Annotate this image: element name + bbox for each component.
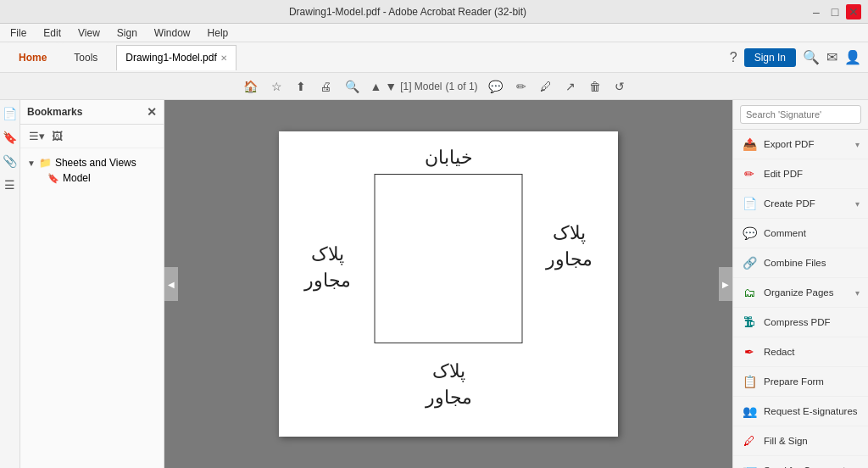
pdf-page: خیابان پلاک مجاور پلاک مجاور پلاک مجاور [279, 131, 618, 437]
tree-item-model-label: Model [63, 172, 91, 184]
quick-star-icon[interactable]: ☆ [268, 78, 286, 95]
tab-tools[interactable]: Tools [62, 42, 109, 72]
maximize-button[interactable]: □ [827, 4, 843, 20]
quick-share-icon[interactable]: ⬆ [292, 78, 309, 95]
annotation-comment-icon[interactable]: 💬 [485, 78, 506, 95]
menu-bar: File Edit View Sign Window Help [0, 24, 868, 42]
panel-item-combine-files-label: Combine Files [764, 258, 860, 268]
page-label: [1] Model [400, 81, 442, 92]
panel-item-redact-label: Redact [764, 347, 860, 357]
sidebar-page-icon[interactable]: 📄 [3, 107, 17, 120]
title-bar-controls: – □ ✕ [809, 4, 861, 20]
prepare-form-icon: 📋 [742, 374, 757, 389]
menu-help[interactable]: Help [201, 25, 236, 41]
panel-item-edit-pdf[interactable]: ✏ Edit PDF [733, 159, 868, 189]
organize-pages-icon: 🗂 [742, 285, 757, 300]
pdf-left-text: پلاک مجاور [304, 242, 351, 294]
minimize-button[interactable]: – [809, 4, 824, 20]
collapse-left-button[interactable]: ◀ [164, 267, 178, 301]
pdf-bottom-text: پلاک مجاور [279, 359, 618, 411]
fill-sign-icon: 🖊 [742, 433, 757, 448]
send-comments-icon: 📨 [742, 463, 757, 468]
sidebar-left: 📄 🔖 📎 ☰ [0, 100, 20, 468]
main-layout: 📄 🔖 📎 ☰ Bookmarks ✕ ☰▾ 🖼 ▼ 📁 Sheets and … [0, 100, 868, 468]
bookmark-view-options[interactable]: ☰▾ [27, 128, 47, 144]
annotation-pencil-icon[interactable]: ✏ [513, 78, 530, 95]
toolbar-row: Home Tools Drawing1-Model.pdf ✕ ? Sign I… [0, 42, 868, 73]
panel-item-export-pdf-label: Export PDF [764, 139, 849, 149]
pdf-content-area: ◀ ▶ خیابان پلاک مجاور پلاک مجاور پلاک م [164, 100, 732, 468]
bookmarks-header: Bookmarks ✕ [20, 100, 164, 125]
tab-file[interactable]: Drawing1-Model.pdf ✕ [116, 45, 236, 70]
pdf-top-text: خیابان [279, 147, 618, 169]
esign-icon: 👥 [742, 404, 757, 419]
panel-item-create-pdf[interactable]: 📄 Create PDF ▾ [733, 189, 868, 219]
prev-page-button[interactable]: ▲ [370, 80, 381, 93]
panel-item-prepare-form[interactable]: 📋 Prepare Form [733, 367, 868, 397]
help-icon[interactable]: ? [730, 50, 737, 65]
quick-home-icon[interactable]: 🏠 [240, 78, 261, 95]
bookmarks-title: Bookmarks [27, 106, 82, 118]
toolbar-right: ? Sign In 🔍 ✉ 👤 [730, 48, 861, 67]
panel-item-fill-sign[interactable]: 🖊 Fill & Sign [733, 426, 868, 456]
menu-edit[interactable]: Edit [36, 25, 68, 41]
panel-item-request-esignatures[interactable]: 👥 Request E-signatures [733, 397, 868, 426]
pdf-bottom-line1: پلاک [279, 359, 618, 385]
quick-print-icon[interactable]: 🖨 [316, 78, 335, 95]
close-button[interactable]: ✕ [846, 4, 861, 20]
signature-search-input[interactable] [740, 105, 861, 124]
sidebar-attach-icon[interactable]: 📎 [3, 154, 17, 168]
menu-sign[interactable]: Sign [110, 25, 144, 41]
tree-item-sheets[interactable]: ▼ 📁 Sheets and Views [27, 155, 157, 170]
export-pdf-icon: 📤 [742, 136, 757, 152]
panel-item-combine-files[interactable]: 🔗 Combine Files [733, 248, 868, 278]
tab-file-close[interactable]: ✕ [220, 53, 227, 63]
panel-item-comment[interactable]: 💬 Comment [733, 219, 868, 248]
profile-icon[interactable]: 👤 [844, 49, 861, 65]
quick-search-icon[interactable]: 🔍 [342, 78, 363, 95]
menu-file[interactable]: File [3, 25, 33, 41]
tree-toggle[interactable]: ▼ [27, 159, 36, 168]
signin-button[interactable]: Sign In [744, 48, 796, 67]
next-page-button[interactable]: ▼ [385, 80, 397, 93]
panel-item-edit-pdf-label: Edit PDF [764, 169, 860, 179]
tree-item-model[interactable]: 🔖 Model [27, 170, 157, 186]
annotation-stamp-icon[interactable]: ↗ [562, 78, 579, 95]
envelope-icon[interactable]: ✉ [826, 49, 837, 65]
title-bar: Drawing1-Model.pdf - Adobe Acrobat Reade… [0, 0, 868, 24]
comment-icon: 💬 [742, 226, 757, 241]
combine-files-icon: 🔗 [742, 255, 757, 270]
panel-item-organize-pages[interactable]: 🗂 Organize Pages ▾ [733, 278, 868, 308]
search-panel-icon[interactable]: 🔍 [803, 49, 820, 65]
menu-view[interactable]: View [71, 25, 107, 41]
quick-toolbar: 🏠 ☆ ⬆ 🖨 🔍 ▲ ▼ [1] Model (1 of 1) 💬 ✏ 🖊 ↗… [0, 73, 868, 100]
panel-item-prepare-form-label: Prepare Form [764, 376, 860, 387]
title-bar-text: Drawing1-Model.pdf - Adobe Acrobat Reade… [7, 6, 809, 18]
page-count: (1 of 1) [446, 81, 478, 92]
bookmark-icon: 🔖 [47, 173, 59, 184]
tab-home[interactable]: Home [7, 42, 58, 72]
collapse-right-button[interactable]: ▶ [719, 267, 732, 301]
tree-item-sheets-label: Sheets and Views [55, 157, 136, 169]
sidebar-bookmark-icon[interactable]: 🔖 [3, 131, 17, 144]
sidebar-layer-icon[interactable]: ☰ [4, 178, 15, 192]
pdf-bottom-line2: مجاور [279, 385, 618, 411]
bookmarks-toolbar: ☰▾ 🖼 [20, 125, 164, 148]
annotation-highlight-icon[interactable]: 🖊 [537, 78, 555, 95]
pdf-title-text: خیابان [279, 147, 618, 169]
menu-window[interactable]: Window [147, 25, 198, 41]
create-pdf-icon: 📄 [742, 196, 757, 211]
panel-item-organize-pages-label: Organize Pages [764, 287, 849, 298]
panel-item-redact[interactable]: ✒ Redact [733, 337, 868, 367]
panel-item-create-pdf-label: Create PDF [764, 198, 849, 209]
bookmarks-close-button[interactable]: ✕ [147, 105, 157, 119]
panel-item-send-comments[interactable]: 📨 Send for Comments [733, 456, 868, 468]
annotation-delete-icon[interactable]: 🗑 [586, 78, 604, 95]
organize-pages-arrow: ▾ [855, 288, 860, 298]
panel-item-comment-label: Comment [764, 228, 860, 238]
bookmark-thumbnail-icon[interactable]: 🖼 [50, 128, 64, 144]
annotation-rotate-icon[interactable]: ↺ [611, 78, 628, 95]
right-panel: 📤 Export PDF ▾ ✏ Edit PDF 📄 Create PDF ▾… [732, 100, 868, 468]
panel-item-export-pdf[interactable]: 📤 Export PDF ▾ [733, 130, 868, 159]
panel-item-compress-pdf[interactable]: 🗜 Compress PDF [733, 308, 868, 337]
